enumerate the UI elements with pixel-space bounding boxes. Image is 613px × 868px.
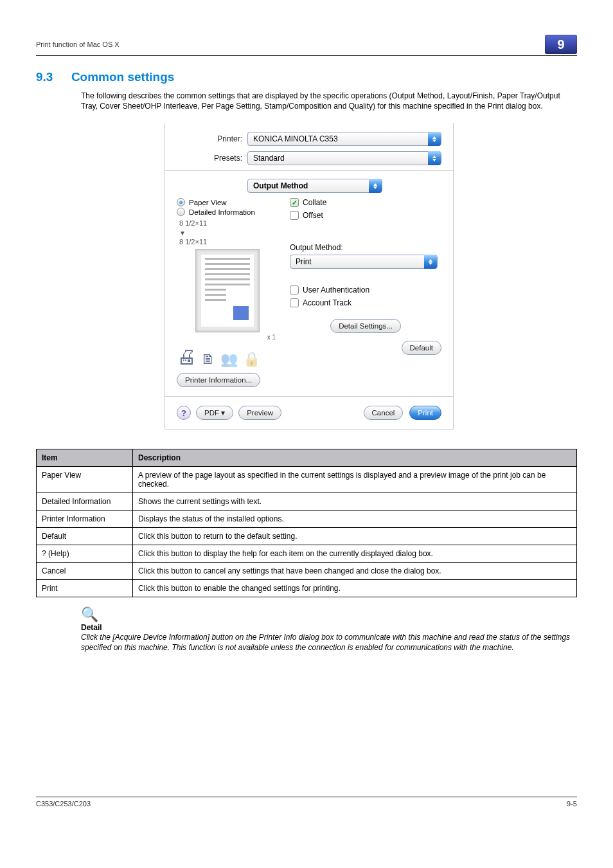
table-cell: A preview of the page layout as specifie…: [133, 467, 577, 493]
radio-paper-view-label: Paper View: [189, 199, 227, 206]
radio-paper-view[interactable]: Paper View: [177, 198, 278, 206]
account-track-label: Account Track: [303, 298, 351, 307]
checkbox-checked-icon: ✓: [290, 198, 299, 207]
table-cell: Displays the status of the installed opt…: [133, 511, 577, 528]
page-preview: [195, 249, 260, 332]
section-number: 9.3: [36, 70, 53, 84]
print-dialog: Printer: KONICA MINOLTA C353 Presets: St…: [164, 123, 454, 429]
footer-page: 9-5: [567, 800, 577, 808]
checkbox-icon: [290, 285, 299, 294]
table-cell: Detailed Information: [37, 493, 133, 511]
chevron-updown-icon: [369, 179, 382, 193]
table-row: Detailed InformationShows the current se…: [37, 493, 577, 511]
detail-heading: Detail: [81, 623, 577, 632]
offset-label: Offset: [303, 211, 323, 220]
collate-label: Collate: [303, 198, 326, 207]
user-auth-label: User Authentication: [303, 285, 369, 294]
printer-value: KONICA MINOLTA C353: [253, 134, 338, 143]
presets-select[interactable]: Standard: [247, 151, 441, 165]
table-cell: Cancel: [37, 563, 133, 580]
table-cell: Paper View: [37, 467, 133, 493]
users-icon[interactable]: 👥: [220, 352, 238, 366]
section-title-text: Common settings: [71, 70, 174, 84]
table-cell: Printer Information: [37, 511, 133, 528]
chevron-updown-icon: [428, 132, 441, 146]
printer-label: Printer:: [177, 134, 247, 143]
output-method-select[interactable]: Print: [290, 255, 438, 269]
table-row: DefaultClick this button to return to th…: [37, 528, 577, 545]
description-table: Item Description Paper ViewA preview of …: [36, 449, 577, 597]
magnifier-icon: 🔍: [81, 608, 577, 622]
table-header-item: Item: [37, 449, 133, 467]
chapter-badge: 9: [545, 35, 577, 54]
table-cell: Default: [37, 528, 133, 545]
presets-label: Presets:: [177, 154, 247, 163]
table-row: ? (Help)Click this button to display the…: [37, 545, 577, 563]
detail-settings-button[interactable]: Detail Settings...: [330, 319, 401, 333]
offset-checkbox[interactable]: Offset: [290, 211, 441, 220]
table-cell: Click this button to cancel any settings…: [133, 563, 577, 580]
detail-text: Click the [Acquire Device Information] b…: [81, 632, 577, 653]
section-heading: 9.3 Common settings: [36, 70, 577, 84]
panel-select[interactable]: Output Method: [247, 179, 382, 193]
arrow-down-icon: ▼: [179, 230, 186, 237]
chevron-updown-icon: [424, 255, 437, 269]
header-text: Print function of Mac OS X: [36, 41, 120, 48]
help-button[interactable]: ?: [177, 406, 191, 420]
preview-button[interactable]: Preview: [238, 406, 281, 420]
output-method-value: Print: [296, 257, 312, 266]
panel-value: Output Method: [253, 181, 308, 190]
account-track-checkbox[interactable]: Account Track: [290, 298, 441, 307]
print-button[interactable]: Print: [409, 406, 441, 420]
cancel-button[interactable]: Cancel: [364, 406, 404, 420]
printer-select[interactable]: KONICA MINOLTA C353: [247, 132, 441, 146]
printer-icon[interactable]: 🖨: [177, 347, 196, 366]
table-row: CancelClick this button to cancel any se…: [37, 563, 577, 580]
presets-value: Standard: [253, 154, 285, 163]
table-row: PrintClick this button to enable the cha…: [37, 580, 577, 597]
lock-icon[interactable]: 🔒: [243, 352, 260, 366]
footer-model: C353/C253/C203: [36, 800, 91, 808]
user-authentication-checkbox[interactable]: User Authentication: [290, 285, 441, 294]
chevron-updown-icon: [428, 151, 441, 165]
default-button[interactable]: Default: [402, 341, 441, 355]
checkbox-icon: [290, 211, 299, 220]
size-top: 8 1/2×11: [179, 219, 207, 227]
table-cell: Click this button to display the help fo…: [133, 545, 577, 563]
radio-dot-selected-icon: [177, 198, 185, 206]
table-cell: Click this button to return to the defau…: [133, 528, 577, 545]
document-icon[interactable]: 🗎: [201, 352, 215, 366]
output-method-label: Output Method:: [290, 243, 441, 252]
collate-checkbox[interactable]: ✓ Collate: [290, 198, 441, 207]
intro-paragraph: The following describes the common setti…: [81, 91, 577, 111]
table-cell: Click this button to enable the changed …: [133, 580, 577, 597]
table-header-description: Description: [133, 449, 577, 467]
pdf-menu-button[interactable]: PDF ▾: [196, 406, 233, 420]
radio-dot-icon: [177, 208, 185, 216]
printer-information-button[interactable]: Printer Information...: [177, 373, 260, 387]
table-cell: Print: [37, 580, 133, 597]
checkbox-icon: [290, 298, 299, 307]
table-row: Paper ViewA preview of the page layout a…: [37, 467, 577, 493]
size-bottom: 8 1/2×11: [179, 238, 207, 246]
copy-count: x 1: [177, 334, 278, 341]
table-cell: ? (Help): [37, 545, 133, 563]
radio-detailed-information[interactable]: Detailed Information: [177, 208, 278, 216]
table-cell: Shows the current settings with text.: [133, 493, 577, 511]
table-row: Printer InformationDisplays the status o…: [37, 511, 577, 528]
radio-detailed-info-label: Detailed Information: [189, 208, 255, 216]
